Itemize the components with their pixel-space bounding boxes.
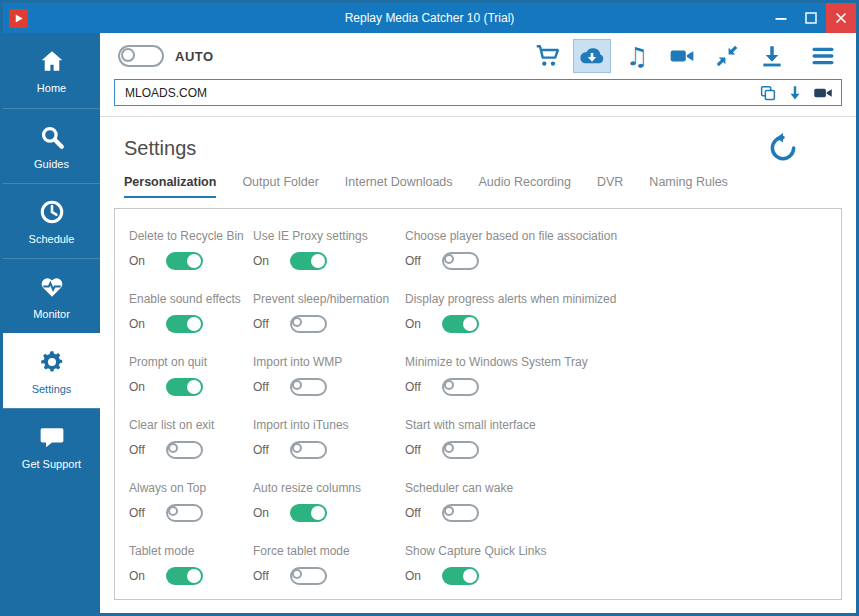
setting-show-capture-quick-links: Show Capture Quick LinksOn [405,544,831,585]
toggle-knob [463,317,477,331]
settings-panel: Delete to Recycle BinOnUse IE Proxy sett… [114,208,842,600]
setting-label: Prompt on quit [129,355,253,369]
setting-label: Auto resize columns [253,481,405,495]
toggle-knob [463,569,477,583]
url-input[interactable] [123,85,750,101]
setting-label: Minimize to Windows System Tray [405,355,831,369]
auto-toggle[interactable] [118,45,164,67]
setting-toggle-row: On [405,315,831,333]
setting-toggle-row: On [129,567,253,585]
reset-settings-button[interactable] [768,133,798,163]
toggle-minimize-to-windows-system-tray[interactable] [442,378,479,396]
setting-label: Choose player based on file association [405,229,831,243]
video-camera-icon [669,43,695,69]
toggle-knob [444,443,454,453]
toggle-clear-list-on-exit[interactable] [166,441,203,459]
close-button[interactable] [826,3,856,33]
window-controls [766,3,856,33]
setting-toggle-row: Off [129,504,253,522]
auto-label: AUTO [175,49,214,64]
tab-naming-rules[interactable]: Naming Rules [649,175,728,198]
video-capture-button[interactable] [663,39,701,73]
toggle-choose-player-based-on-file-association[interactable] [442,252,479,270]
cart-icon [534,43,560,69]
toggle-scheduler-can-wake[interactable] [442,504,479,522]
tab-personalization[interactable]: Personalization [124,175,216,198]
toggle-knob [168,506,178,516]
setting-state-label: Off [405,506,427,520]
setting-toggle-row: Off [405,378,831,396]
toggle-display-progress-alerts-when-minimized[interactable] [442,315,479,333]
audio-capture-button[interactable]: ♫ [618,39,656,73]
sidebar-item-monitor[interactable]: Monitor [3,258,100,333]
sidebar-item-guides[interactable]: Guides [3,108,100,183]
toggle-enable-sound-effects[interactable] [166,315,203,333]
go-download-button[interactable] [786,84,804,102]
sidebar-item-label: Get Support [22,458,81,470]
setting-toggle-row: Off [253,441,405,459]
play-logo-icon [11,11,26,26]
setting-choose-player-based-on-file-association: Choose player based on file associationO… [405,229,831,270]
maximize-button[interactable] [796,3,826,33]
heart-pulse-icon [39,273,65,301]
record-page-button[interactable] [813,83,833,103]
toggle-force-tablet-mode[interactable] [290,567,327,585]
toggle-start-with-small-interface[interactable] [442,441,479,459]
tab-internet-downloads[interactable]: Internet Downloads [345,175,453,198]
toggle-knob [311,506,325,520]
toggle-knob [187,569,201,583]
sidebar-item-settings[interactable]: Settings [3,333,100,408]
auto-capture-control: AUTO [118,45,214,67]
cloud-download-button[interactable] [573,39,611,73]
sidebar-item-home[interactable]: Home [3,33,100,108]
setting-tablet-mode: Tablet modeOn [129,544,253,585]
setting-scheduler-can-wake: Scheduler can wakeOff [405,481,831,522]
settings-tabs: PersonalizationOutput FolderInternet Dow… [100,165,856,198]
menu-button[interactable] [804,39,842,73]
toggle-show-capture-quick-links[interactable] [442,567,479,585]
downloads-button[interactable] [753,39,791,73]
store-button[interactable] [528,39,566,73]
setting-state-label: On [253,506,275,520]
tab-audio-recording[interactable]: Audio Recording [479,175,571,198]
setting-state-label: Off [253,317,275,331]
toggle-use-ie-proxy-settings[interactable] [290,252,327,270]
cloud-download-icon [578,44,606,68]
paste-url-button[interactable] [759,84,777,102]
setting-label: Clear list on exit [129,418,253,432]
sidebar-item-get-support[interactable]: Get Support [3,408,100,483]
toggle-knob [292,569,302,579]
toggle-prompt-on-quit[interactable] [166,378,203,396]
setting-state-label: Off [253,569,275,583]
shrink-interface-button[interactable] [708,39,746,73]
setting-state-label: On [129,317,151,331]
toggle-import-into-itunes[interactable] [290,441,327,459]
setting-state-label: Off [129,506,151,520]
setting-start-with-small-interface: Start with small interfaceOff [405,418,831,459]
tab-output-folder[interactable]: Output Folder [242,175,318,198]
setting-state-label: On [129,380,151,394]
toggle-knob [187,380,201,394]
sidebar-item-schedule[interactable]: Schedule [3,183,100,258]
converge-arrows-icon [715,44,739,68]
setting-state-label: On [253,254,275,268]
setting-label: Import into iTunes [253,418,405,432]
window-title: Replay Media Catcher 10 (Trial) [345,11,515,25]
toggle-always-on-top[interactable] [166,504,203,522]
setting-toggle-row: On [253,252,405,270]
toggle-knob [292,443,302,453]
setting-clear-list-on-exit: Clear list on exitOff [129,418,253,459]
minimize-button[interactable] [766,3,796,33]
toggle-import-into-wmp[interactable] [290,378,327,396]
chat-bubble-icon [39,423,65,451]
setting-label: Enable sound effects [129,292,253,306]
sidebar-item-label: Guides [34,158,69,170]
toggle-delete-to-recycle-bin[interactable] [166,252,203,270]
toggle-tablet-mode[interactable] [166,567,203,585]
toggle-auto-resize-columns[interactable] [290,504,327,522]
tab-dvr[interactable]: DVR [597,175,623,198]
toggle-knob [311,254,325,268]
setting-state-label: On [129,254,151,268]
toggle-prevent-sleep-hibernation[interactable] [290,315,327,333]
setting-minimize-to-windows-system-tray: Minimize to Windows System TrayOff [405,355,831,396]
